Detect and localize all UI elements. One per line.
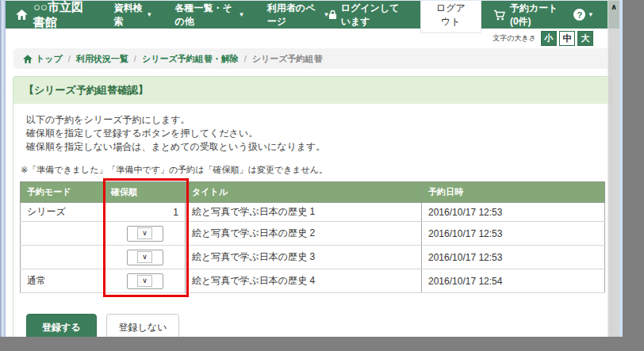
order-cell: ∨ (105, 269, 186, 293)
table-body: シリーズ1絵と写真で学ぶ日本の歴史 12016/10/17 12:53∨絵と写真… (21, 203, 605, 293)
breadcrumb-separator: / (68, 54, 71, 63)
mode-cell (21, 222, 105, 246)
order-select[interactable]: ∨ (127, 250, 163, 265)
column-header: 予約日時 (422, 182, 605, 203)
instruction-line: 確保順を指定して登録するボタンを押してください。 (26, 127, 605, 140)
home-icon (16, 10, 28, 20)
home-icon (23, 55, 33, 63)
register-button[interactable]: 登録する (26, 314, 97, 337)
instructions: 以下の予約をシリーズ予約にします。確保順を指定して登録するボタンを押してください… (26, 113, 605, 154)
mode-cell: 通常 (21, 269, 105, 293)
breadcrumb-link-label: シリーズ予約組替・解除 (142, 53, 239, 65)
table-row: ∨絵と写真で学ぶ日本の歴史 32016/10/17 12:53 (21, 246, 605, 269)
scroll-up-button[interactable]: ∧ (608, 0, 619, 13)
instruction-line: 確保順を指定しない場合は、まとめての受取という扱いになります。 (26, 140, 605, 154)
help-button[interactable]: ? ▾ (573, 9, 592, 21)
site-title: ○○市立図書館 (33, 0, 94, 30)
table-row: 通常∨絵と写真で学ぶ日本の歴史 42016/10/17 12:54 (21, 269, 605, 293)
reservation-table: 予約モード確保順タイトル予約日時 シリーズ1絵と写真で学ぶ日本の歴史 12016… (20, 181, 605, 293)
breadcrumb-link-3[interactable]: シリーズ予約組替・解除 (142, 53, 239, 65)
nav-menu-item-2[interactable]: 各種一覧・その他▾ (175, 2, 243, 29)
reservation-cart-link[interactable]: 予約カート(0件) (493, 2, 562, 29)
column-header: タイトル (186, 182, 422, 203)
order-select[interactable]: ∨ (127, 226, 163, 242)
logout-button[interactable]: ログアウト (420, 0, 481, 33)
datetime-cell: 2016/10/17 12:53 (422, 246, 605, 269)
column-header: 予約モード (21, 182, 105, 203)
nav-menu-item-3[interactable]: 利用者のページ▾ (267, 2, 328, 29)
chevron-down-icon: ▾ (588, 11, 592, 18)
table-header-row: 予約モード確保順タイトル予約日時 (21, 182, 605, 203)
panel-body: 以下の予約をシリーズ予約にします。確保順を指定して登録するボタンを押してください… (13, 104, 611, 337)
breadcrumb-separator: / (134, 54, 136, 63)
question-icon: ? (573, 9, 585, 21)
title-cell: 絵と写真で学ぶ日本の歴史 4 (186, 269, 422, 293)
lock-icon (328, 10, 337, 20)
datetime-cell: 2016/10/17 12:53 (422, 222, 605, 246)
breadcrumb-link-label: トップ (36, 53, 63, 65)
main-panel: 【シリーズ予約組替確認】 以下の予約をシリーズ予約にします。確保順を指定して登録… (13, 76, 612, 337)
mode-cell: シリーズ (21, 203, 105, 222)
order-cell: ∨ (105, 222, 186, 246)
page-title: 【シリーズ予約組替確認】 (13, 77, 611, 104)
chevron-down-icon: ∨ (137, 227, 152, 239)
nav-right-cluster: ログインしています ログアウト 予約カート(0件) ? ▾ (328, 0, 592, 33)
column-header: 確保順 (105, 182, 186, 203)
login-status: ログインしています (328, 2, 408, 29)
text-size-button-中[interactable]: 中 (559, 31, 575, 46)
title-cell: 絵と写真で学ぶ日本の歴史 1 (186, 203, 422, 222)
title-cell: 絵と写真で学ぶ日本の歴史 2 (186, 222, 422, 246)
chevron-up-icon: ∧ (611, 2, 617, 11)
browser-page: ○○市立図書館 資料検索▾各種一覧・その他▾利用者のページ▾ ログインしています… (6, 0, 619, 337)
breadcrumb-separator: / (244, 54, 247, 63)
nav-menu-item-label: 資料検索 (114, 2, 144, 29)
text-size-button-大[interactable]: 大 (577, 31, 593, 46)
breadcrumb-current: シリーズ予約組替 (252, 53, 323, 65)
title-cell: 絵と写真で学ぶ日本の歴史 3 (186, 246, 422, 269)
cancel-button[interactable]: 登録しない (106, 314, 180, 337)
cart-icon (493, 10, 506, 21)
breadcrumb-link-2[interactable]: 利用状況一覧 (76, 53, 128, 65)
text-size-label: 文字の大きさ (493, 33, 536, 44)
cart-label: 予約カート(0件) (510, 2, 562, 29)
reservation-table-wrap: 予約モード確保順タイトル予約日時 シリーズ1絵と写真で学ぶ日本の歴史 12016… (20, 181, 605, 293)
mode-cell (21, 246, 105, 269)
site-home-link[interactable]: ○○市立図書館 (16, 0, 94, 30)
vertical-scrollbar[interactable]: ∧ (608, 0, 619, 337)
nav-menu-item-1[interactable]: 資料検索▾ (114, 2, 151, 29)
instruction-line: 以下の予約をシリーズ予約にします。 (26, 113, 605, 127)
login-status-label: ログインしています (341, 2, 408, 29)
nav-menu: 資料検索▾各種一覧・その他▾利用者のページ▾ (114, 2, 328, 29)
table-row: ∨絵と写真で学ぶ日本の歴史 22016/10/17 12:53 (21, 222, 605, 246)
chevron-down-icon: ∨ (137, 251, 152, 263)
chevron-down-icon: ▾ (148, 11, 151, 18)
order-cell: 1 (105, 203, 186, 222)
nav-menu-item-label: 各種一覧・その他 (175, 2, 236, 29)
note-text: ※「準備できました」「準備中です」の予約は「確保順」は変更できません。 (21, 164, 605, 176)
datetime-cell: 2016/10/17 12:54 (422, 269, 605, 293)
datetime-cell: 2016/10/17 12:53 (422, 203, 605, 222)
order-value: 1 (111, 207, 178, 218)
order-cell: ∨ (105, 246, 186, 269)
chevron-down-icon: ▾ (240, 11, 243, 18)
nav-menu-item-label: 利用者のページ (267, 2, 320, 29)
table-row: シリーズ1絵と写真で学ぶ日本の歴史 12016/10/17 12:53 (21, 203, 605, 222)
breadcrumb: トップ/利用状況一覧/シリーズ予約組替・解除/シリーズ予約組替 (13, 48, 611, 69)
window-right-edge (619, 0, 623, 337)
footer-buttons: 登録する 登録しない (26, 314, 605, 337)
breadcrumb-link-label: 利用状況一覧 (76, 53, 128, 65)
chevron-down-icon: ∨ (137, 275, 152, 287)
top-nav: ○○市立図書館 資料検索▾各種一覧・その他▾利用者のページ▾ ログインしています… (6, 1, 619, 29)
order-select[interactable]: ∨ (127, 273, 163, 289)
text-size-button-小[interactable]: 小 (541, 31, 557, 46)
breadcrumb-link-1[interactable]: トップ (23, 53, 63, 65)
window-left-edge (0, 0, 6, 337)
